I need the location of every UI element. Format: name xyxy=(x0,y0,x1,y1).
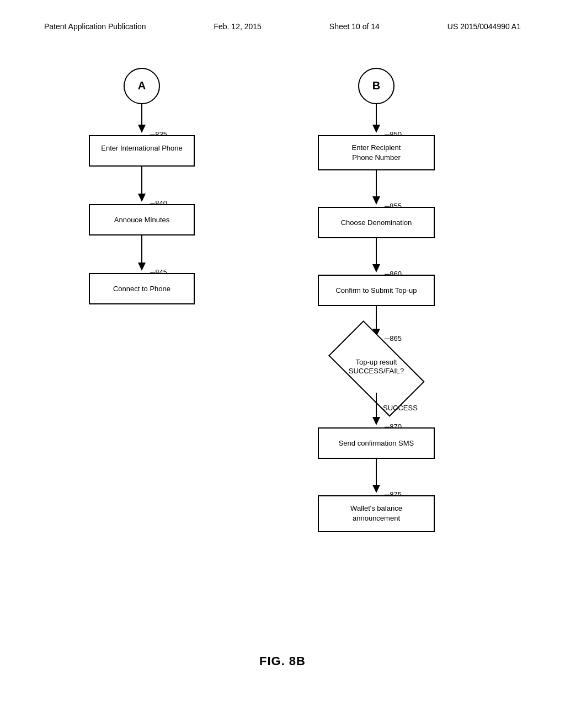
arrowhead-a-835 xyxy=(138,125,146,133)
box-855-text: Choose Denomination xyxy=(341,218,412,227)
arrowhead-855-860 xyxy=(372,264,380,272)
publication-label: Patent Application Publication xyxy=(44,22,146,31)
ref-865: ─865 xyxy=(384,334,402,342)
box-840-text: Annouce Minutes xyxy=(114,216,170,224)
arrowhead-b-850 xyxy=(372,125,380,133)
arrowhead-870-875 xyxy=(372,485,380,493)
box-850-text-line1: Enter Recipient xyxy=(352,143,401,152)
sheet-label: Sheet 10 of 14 xyxy=(329,22,380,31)
box-870-text: Send confirmation SMS xyxy=(339,439,414,447)
box-875-text-line1: Wallet's balance xyxy=(350,504,402,512)
diamond-865-text-line1: Top-up result xyxy=(355,358,397,366)
page-header: Patent Application Publication Feb. 12, … xyxy=(0,0,565,42)
box-845-text: Connect to Phone xyxy=(113,285,170,293)
arrowhead-840-845 xyxy=(138,263,146,271)
patent-label: US 2015/0044990 A1 xyxy=(447,22,521,31)
box-850-text-line2: Phone Number xyxy=(352,153,401,162)
arrowhead-835-840 xyxy=(138,194,146,202)
flowchart-diagram: A ─835 Enter International Phone ─840 An… xyxy=(34,42,531,621)
box-835-text: Enter International Phone xyxy=(101,144,182,152)
arrowhead-850-855 xyxy=(372,196,380,205)
box-850 xyxy=(318,136,434,170)
arrowhead-865-870 xyxy=(372,417,380,425)
circle-b-label: B xyxy=(372,79,380,92)
box-875-text-line2: announcement xyxy=(353,514,400,522)
figure-caption: FIG. 8B xyxy=(0,654,565,668)
box-860-text: Confirm to Submit Top-up xyxy=(335,286,417,295)
figure-label: FIG. 8B xyxy=(259,654,306,668)
diamond-865-text-line2: SUCCESS/FAIL? xyxy=(349,367,404,375)
success-label: SUCCESS xyxy=(383,404,418,412)
circle-a-label: A xyxy=(138,79,146,92)
date-label: Feb. 12, 2015 xyxy=(214,22,261,31)
